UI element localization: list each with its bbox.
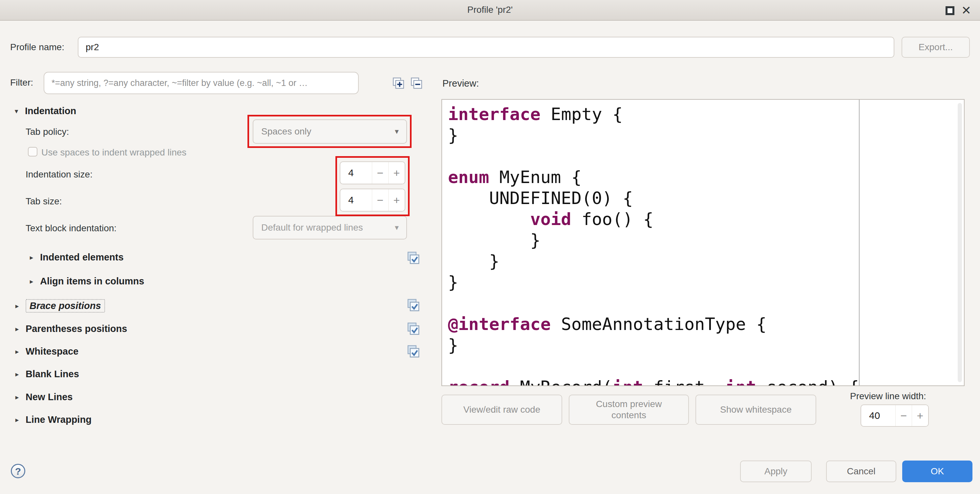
- profile-dialog: Profile 'pr2' ✕ Profile name: Export... …: [0, 0, 980, 494]
- code-line: interface Empty {: [448, 104, 964, 125]
- tree-label: New Lines: [25, 392, 73, 402]
- apply-button[interactable]: Apply: [740, 461, 811, 482]
- code-line: }: [448, 272, 964, 292]
- expander-closed-icon: ▸: [13, 393, 21, 401]
- tree-label: Blank Lines: [25, 369, 79, 380]
- code-line: enum MyEnum {: [448, 167, 964, 187]
- tree-label: Indentation: [25, 106, 76, 116]
- checked-checkbox-icon[interactable]: [407, 251, 420, 266]
- tree-item-whitespace[interactable]: ▸ Whitespace: [13, 346, 78, 357]
- tree-item-line-wrapping[interactable]: ▸ Line Wrapping: [13, 414, 92, 425]
- tab-size-label: Tab size:: [25, 196, 62, 206]
- print-margin-line: [859, 100, 859, 385]
- code-preview-pane[interactable]: interface Empty {} enum MyEnum { UNDEFIN…: [441, 99, 964, 386]
- code-line: record MyRecord(int first, int second) {: [448, 376, 964, 386]
- expander-closed-icon: ▸: [13, 416, 21, 424]
- indentation-size-spinner: − +: [340, 161, 405, 184]
- tree-section-indentation[interactable]: ▾ Indentation: [13, 106, 76, 116]
- preview-line-width-minus-icon[interactable]: −: [895, 405, 912, 426]
- tree-label: Align items in columns: [40, 276, 144, 287]
- expander-open-icon: ▾: [13, 107, 20, 115]
- focused-item-outline: Brace positions: [25, 299, 105, 313]
- dropdown-arrow-icon: ▼: [387, 128, 406, 135]
- use-spaces-label: Use spaces to indent wrapped lines: [41, 147, 186, 158]
- tab-size-input[interactable]: [340, 189, 372, 211]
- tree-label: Parentheses positions: [25, 323, 127, 334]
- code-line: @interface SomeAnnotationType {: [448, 314, 964, 335]
- tree-item-align-items[interactable]: ▸ Align items in columns: [27, 276, 144, 287]
- dropdown-arrow-icon: ▼: [387, 224, 406, 232]
- preview-scrollbar[interactable]: [958, 103, 962, 382]
- code-line: }: [448, 230, 964, 251]
- code-line: void foo() {: [448, 209, 964, 230]
- tab-size-spinner: − +: [340, 189, 405, 211]
- tab-size-plus-icon[interactable]: +: [388, 189, 405, 211]
- code-line: UNDEFINED(0) {: [448, 187, 964, 209]
- expand-all-icon[interactable]: [391, 77, 405, 91]
- expander-closed-icon: ▸: [13, 370, 21, 378]
- code-line: [448, 146, 964, 167]
- code-line: }: [448, 335, 964, 356]
- tree-item-new-lines[interactable]: ▸ New Lines: [13, 392, 73, 402]
- export-button[interactable]: Export...: [902, 37, 970, 58]
- cancel-button[interactable]: Cancel: [826, 461, 896, 482]
- window-title: Profile 'pr2': [0, 0, 980, 21]
- code-line: [448, 292, 964, 314]
- filter-label: Filter:: [10, 78, 33, 88]
- tree-label: Whitespace: [25, 346, 78, 357]
- titlebar: Profile 'pr2' ✕: [0, 0, 980, 21]
- tree-label: Line Wrapping: [25, 414, 92, 425]
- code-line: }: [448, 125, 964, 146]
- code-line: [448, 356, 964, 376]
- ok-button[interactable]: OK: [902, 461, 972, 482]
- profile-name-input[interactable]: [78, 37, 894, 58]
- checked-checkbox-icon[interactable]: [407, 345, 420, 359]
- checked-checkbox-icon[interactable]: [407, 322, 420, 337]
- indentation-size-label: Indentation size:: [25, 169, 92, 180]
- text-block-value: Default for wrapped lines: [253, 222, 387, 233]
- tab-size-minus-icon[interactable]: −: [372, 189, 388, 211]
- text-block-label: Text block indentation:: [25, 223, 116, 233]
- preview-line-width-spinner: − +: [861, 405, 929, 427]
- expander-closed-icon: ▸: [27, 278, 35, 285]
- custom-preview-contents-button[interactable]: Custom preview contents: [569, 395, 689, 425]
- view-edit-raw-code-button[interactable]: View/edit raw code: [441, 395, 562, 425]
- tab-policy-value: Spaces only: [253, 126, 387, 137]
- code-line: }: [448, 251, 964, 272]
- tab-policy-dropdown[interactable]: Spaces only ▼: [253, 119, 407, 144]
- tree-item-blank-lines[interactable]: ▸ Blank Lines: [13, 369, 79, 380]
- preview-label: Preview:: [442, 78, 479, 89]
- tree-label: Indented elements: [40, 252, 124, 263]
- close-button[interactable]: ✕: [958, 3, 974, 18]
- tree-item-brace-positions[interactable]: ▸ Brace positions: [13, 299, 105, 313]
- collapse-all-icon[interactable]: [410, 77, 423, 91]
- checked-checkbox-icon[interactable]: [407, 299, 420, 313]
- help-icon[interactable]: ?: [11, 464, 25, 478]
- preview-line-width-label: Preview line width:: [850, 391, 926, 402]
- profile-name-label: Profile name:: [10, 42, 64, 52]
- indentation-size-input[interactable]: [340, 162, 372, 184]
- tree-label: Brace positions: [30, 300, 101, 311]
- expander-closed-icon: ▸: [13, 325, 21, 333]
- use-spaces-checkbox[interactable]: [28, 147, 37, 156]
- expander-closed-icon: ▸: [13, 302, 21, 310]
- maximize-button[interactable]: [945, 6, 955, 15]
- tree-item-indented-elements[interactable]: ▸ Indented elements: [27, 252, 124, 263]
- show-whitespace-button[interactable]: Show whitespace: [695, 395, 816, 425]
- preview-code: interface Empty {} enum MyEnum { UNDEFIN…: [442, 100, 964, 385]
- preview-line-width-plus-icon[interactable]: +: [912, 405, 928, 426]
- expander-closed-icon: ▸: [27, 254, 35, 261]
- preview-line-width-input[interactable]: [861, 405, 895, 426]
- indentation-size-plus-icon[interactable]: +: [388, 162, 405, 184]
- tree-item-parentheses-positions[interactable]: ▸ Parentheses positions: [13, 323, 127, 334]
- expander-closed-icon: ▸: [13, 348, 21, 356]
- tab-policy-label: Tab policy:: [25, 127, 69, 137]
- indentation-size-minus-icon[interactable]: −: [372, 162, 388, 184]
- text-block-dropdown[interactable]: Default for wrapped lines ▼: [253, 216, 407, 240]
- filter-input[interactable]: [44, 72, 359, 94]
